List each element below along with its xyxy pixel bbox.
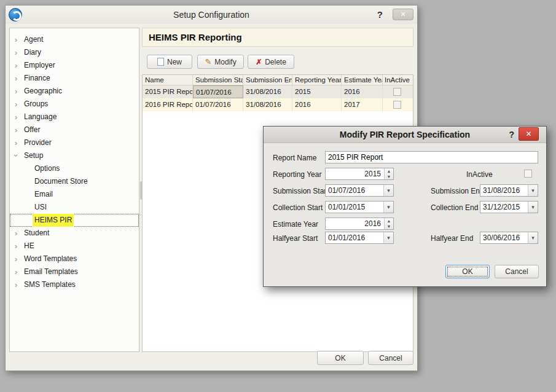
delete-x-icon: ✗ bbox=[256, 58, 262, 66]
sidebar-item-setup[interactable]: ›Setup bbox=[10, 149, 139, 162]
chevron-down-icon[interactable]: ▾ bbox=[528, 185, 538, 196]
cell-submission-end[interactable]: 31/08/2016 bbox=[243, 85, 292, 98]
chevron-down-icon[interactable]: ▾ bbox=[383, 185, 393, 196]
chevron-right-icon: › bbox=[15, 265, 17, 278]
collection-end-label: Collection End bbox=[431, 202, 478, 213]
sidebar-item-student[interactable]: ›Student bbox=[10, 227, 139, 240]
sidebar-item-word-templates[interactable]: ›Word Templates bbox=[10, 253, 139, 265]
dialog-title-bar[interactable]: Modify PIR Report Specification ? ✕ bbox=[264, 127, 546, 143]
column-header-submission-end[interactable]: Submission End bbox=[243, 75, 292, 85]
spinner-buttons[interactable]: ▲▼ bbox=[384, 218, 393, 229]
halfyear-end-dropdown[interactable]: 30/06/2016 ▾ bbox=[480, 232, 538, 244]
ok-button[interactable]: OK bbox=[317, 351, 364, 365]
sidebar-item-label: Setup bbox=[24, 149, 43, 162]
delete-button[interactable]: ✗ Delete bbox=[248, 55, 294, 69]
table-row[interactable]: 2016 PIR Report 01/07/2016 31/08/2016 20… bbox=[143, 98, 413, 111]
sidebar-item-label: Language bbox=[24, 111, 57, 123]
cell-estimate-year[interactable]: 2017 bbox=[342, 98, 383, 111]
dialog-close-button[interactable]: ✕ bbox=[519, 127, 539, 141]
chevron-down-icon[interactable]: ▾ bbox=[383, 202, 393, 213]
chevron-right-icon: › bbox=[15, 240, 17, 253]
dialog-cancel-button[interactable]: Cancel bbox=[495, 265, 539, 278]
estimate-year-stepper[interactable]: 2016 ▲▼ bbox=[325, 218, 394, 230]
spin-up-icon[interactable]: ▲ bbox=[385, 218, 393, 224]
sidebar-item-label: Student bbox=[24, 227, 49, 240]
sidebar-item-document-store[interactable]: Document Store bbox=[10, 175, 139, 188]
cell-name[interactable]: 2016 PIR Report bbox=[143, 98, 193, 111]
collection-start-dropdown[interactable]: 01/01/2015 ▾ bbox=[325, 201, 394, 213]
sidebar-item-he[interactable]: ›HE bbox=[10, 240, 139, 253]
spin-down-icon[interactable]: ▼ bbox=[385, 174, 393, 179]
cell-estimate-year[interactable]: 2016 bbox=[342, 85, 383, 98]
column-header-reporting-year[interactable]: Reporting Year bbox=[292, 75, 342, 85]
modify-pir-report-dialog: Modify PIR Report Specification ? ✕ Repo… bbox=[263, 126, 547, 287]
spinner-buttons[interactable]: ▲▼ bbox=[384, 168, 393, 179]
collection-end-dropdown[interactable]: 31/12/2015 ▾ bbox=[480, 201, 538, 213]
sidebar-item-email[interactable]: Email bbox=[10, 188, 139, 201]
sidebar-item-options[interactable]: Options bbox=[10, 162, 139, 175]
cell-inactive bbox=[383, 85, 412, 98]
sidebar-item-label: Offer bbox=[24, 123, 40, 136]
sidebar-item-sms-templates[interactable]: ›SMS Templates bbox=[10, 278, 139, 291]
cell-submission-start[interactable]: 01/07/2016 bbox=[193, 98, 243, 111]
spin-down-icon[interactable]: ▼ bbox=[385, 224, 393, 229]
dialog-help-icon[interactable]: ? bbox=[509, 127, 514, 143]
submission-end-label: Submission End bbox=[431, 186, 484, 197]
sidebar-item-diary[interactable]: ›Diary bbox=[10, 46, 139, 59]
sidebar-item-label: HE bbox=[24, 240, 34, 253]
sidebar-item-label: Word Templates bbox=[24, 253, 77, 265]
cell-submission-start[interactable]: 01/07/2016 bbox=[193, 85, 243, 98]
pencil-icon: ✎ bbox=[205, 58, 211, 66]
submission-start-label: Submission Start bbox=[273, 186, 329, 197]
sidebar-item-provider[interactable]: ›Provider bbox=[10, 136, 139, 149]
help-icon[interactable]: ? bbox=[377, 6, 383, 24]
cell-reporting-year[interactable]: 2015 bbox=[292, 85, 342, 98]
cell-reporting-year[interactable]: 2016 bbox=[292, 98, 342, 111]
sidebar-item-label: Diary bbox=[24, 46, 41, 59]
modify-button[interactable]: ✎ Modify bbox=[197, 55, 244, 69]
sidebar-item-finance[interactable]: ›Finance bbox=[10, 72, 139, 85]
inactive-checkbox[interactable] bbox=[393, 88, 401, 96]
submission-start-dropdown[interactable]: 01/07/2016 ▾ bbox=[325, 184, 394, 197]
sidebar-item-geographic[interactable]: ›Geographic bbox=[10, 85, 139, 98]
submission-start-value: 01/07/2016 bbox=[328, 186, 365, 195]
new-button[interactable]: New bbox=[147, 55, 192, 69]
inactive-checkbox[interactable] bbox=[524, 170, 532, 178]
halfyear-start-dropdown[interactable]: 01/01/2016 ▾ bbox=[325, 232, 394, 244]
sidebar-item-label: Finance bbox=[24, 72, 50, 85]
column-header-name[interactable]: Name bbox=[143, 75, 193, 85]
sidebar-item-usi[interactable]: USI bbox=[10, 201, 139, 214]
cancel-button[interactable]: Cancel bbox=[368, 351, 413, 365]
column-header-inactive[interactable]: InActive bbox=[383, 75, 412, 85]
chevron-down-icon[interactable]: ▾ bbox=[528, 202, 538, 213]
column-header-estimate-year[interactable]: Estimate Year bbox=[342, 75, 383, 85]
chevron-down-icon[interactable]: ▾ bbox=[383, 232, 393, 243]
chevron-down-icon[interactable]: ▾ bbox=[528, 232, 538, 243]
halfyear-start-value: 01/01/2016 bbox=[328, 233, 365, 242]
table-row[interactable]: 2015 PIR Report 01/07/2016 31/08/2016 20… bbox=[143, 85, 413, 98]
sidebar-item-email-templates[interactable]: ›Email Templates bbox=[10, 265, 139, 278]
chevron-right-icon: › bbox=[15, 136, 17, 149]
dialog-ok-button[interactable]: OK bbox=[445, 265, 490, 278]
sidebar-item-employer[interactable]: ›Employer bbox=[10, 59, 139, 72]
sidebar-item-groups[interactable]: ›Groups bbox=[10, 98, 139, 111]
chevron-expanded-icon: › bbox=[10, 154, 23, 157]
reporting-year-stepper[interactable]: 2015 ▲▼ bbox=[325, 168, 394, 180]
close-button[interactable]: ✕ bbox=[393, 9, 413, 20]
inactive-checkbox[interactable] bbox=[393, 101, 401, 109]
sidebar-item-label: Geographic bbox=[24, 85, 62, 98]
sidebar-item-label: SMS Templates bbox=[24, 278, 76, 291]
column-header-submission-start[interactable]: Submission Start bbox=[193, 75, 243, 85]
cell-name[interactable]: 2015 PIR Report bbox=[143, 85, 193, 98]
sidebar-item-language[interactable]: ›Language bbox=[10, 111, 139, 123]
sidebar-item-offer[interactable]: ›Offer bbox=[10, 123, 139, 136]
sidebar-item-heims-pir[interactable]: HEIMS PIR bbox=[10, 214, 139, 227]
title-bar[interactable]: Setup Configuration ? ✕ bbox=[6, 6, 417, 24]
sidebar-item-agent[interactable]: ›Agent bbox=[10, 33, 139, 46]
cell-submission-end[interactable]: 31/08/2016 bbox=[243, 98, 292, 111]
submission-end-dropdown[interactable]: 31/08/2016 ▾ bbox=[480, 184, 538, 197]
new-document-icon bbox=[157, 58, 164, 66]
report-name-input[interactable] bbox=[325, 151, 538, 163]
sidebar-item-label: Provider bbox=[24, 136, 52, 149]
spin-up-icon[interactable]: ▲ bbox=[385, 168, 393, 174]
